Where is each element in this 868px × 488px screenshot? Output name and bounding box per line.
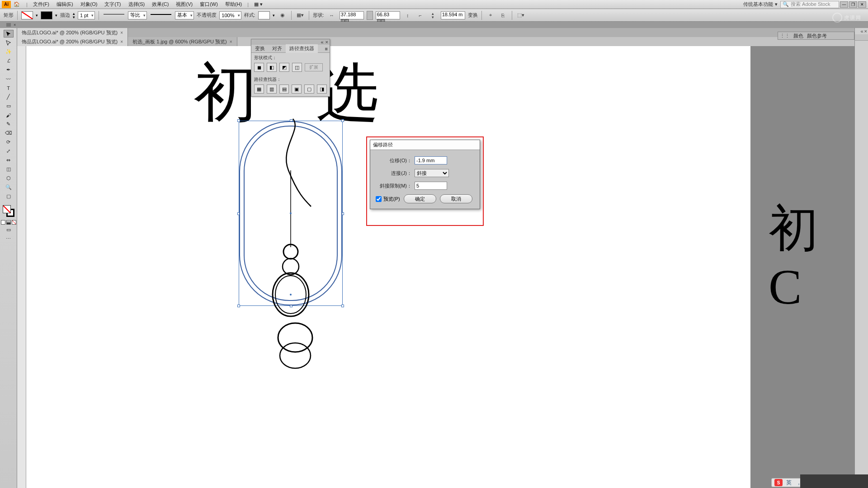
intersect-icon[interactable]: ◩ bbox=[279, 63, 289, 72]
document-tab-1[interactable]: 饰品店LOGO.ai* @ 200% (RGB/GPU 预览)× bbox=[17, 28, 128, 37]
width-icon[interactable]: ↔ bbox=[327, 11, 337, 20]
join-select[interactable]: 斜接 bbox=[415, 169, 449, 177]
transform-label[interactable]: 变换 bbox=[468, 12, 478, 19]
paintbrush-tool-icon[interactable]: 🖌 bbox=[4, 111, 14, 119]
arrange-icon[interactable]: ⬚▾ bbox=[516, 11, 526, 20]
fill-swatch[interactable] bbox=[21, 11, 33, 19]
align-icon[interactable]: ▦▾ bbox=[295, 11, 305, 20]
pen-tool-icon[interactable]: ✒ bbox=[4, 66, 14, 74]
line-tool-icon[interactable]: ╱ bbox=[4, 93, 14, 101]
menu-arrange-icon[interactable]: ▦ ▾ bbox=[250, 0, 266, 8]
zoom-tool-icon[interactable]: 🔍 bbox=[4, 183, 14, 191]
transform-tab[interactable]: 变换 bbox=[251, 44, 269, 53]
panel-collapse-icon[interactable]: « bbox=[321, 39, 323, 45]
window-restore-icon[interactable]: ❐ bbox=[849, 1, 857, 8]
width-input[interactable]: 37.188 mm bbox=[340, 11, 364, 19]
selection-tool-icon[interactable] bbox=[4, 30, 14, 38]
artboard-tool-icon[interactable]: ▢ bbox=[4, 192, 14, 200]
outline-icon[interactable]: ▢ bbox=[304, 84, 314, 94]
link-wh-icon[interactable] bbox=[367, 11, 373, 20]
brush-select[interactable]: 基本 bbox=[175, 11, 194, 19]
curvature-tool-icon[interactable]: 〰 bbox=[4, 75, 14, 83]
rectangle-tool-icon[interactable]: ▭ bbox=[4, 102, 14, 110]
dialog-title[interactable]: 偏移路径 bbox=[370, 140, 480, 150]
isolate-icon[interactable]: ⌖ bbox=[486, 11, 495, 20]
cancel-button[interactable]: 取消 bbox=[440, 194, 472, 203]
corner-input[interactable]: 18.594 m bbox=[441, 11, 465, 19]
menu-type[interactable]: 文字(T) bbox=[101, 0, 124, 9]
search-stock-input[interactable]: 🔍搜索 Adobe Stock bbox=[780, 1, 839, 8]
ime-logo-icon[interactable]: S bbox=[774, 479, 783, 486]
direct-selection-tool-icon[interactable] bbox=[4, 39, 14, 47]
height-input[interactable]: 66.83 mm bbox=[376, 11, 400, 19]
scale-tool-icon[interactable]: ⤢ bbox=[4, 147, 14, 155]
rail-close-icon[interactable]: × bbox=[864, 28, 867, 34]
menu-help[interactable]: 帮助(H) bbox=[222, 0, 245, 9]
pathfinder-panel[interactable]: «× 变换 对齐 路径查找器 ≡ 形状模式： ◼ ◧ ◩ ◫ 扩展 路径查找器：… bbox=[251, 39, 330, 97]
lasso-tool-icon[interactable]: 𝓛 bbox=[4, 57, 14, 65]
close-icon[interactable]: × bbox=[120, 30, 123, 35]
magic-wand-tool-icon[interactable]: ✨ bbox=[4, 48, 14, 56]
window-minimize-icon[interactable]: — bbox=[840, 1, 848, 8]
stroke-stepper-icon[interactable]: ▴▾ bbox=[73, 12, 75, 19]
stroke-profile-select[interactable]: 等比 bbox=[128, 11, 147, 19]
ime-lang[interactable]: 英 bbox=[785, 479, 793, 486]
shaper-tool-icon[interactable]: ✎ bbox=[4, 120, 14, 128]
toolbox-close-icon[interactable]: × bbox=[14, 23, 16, 27]
menu-object[interactable]: 对象(O) bbox=[77, 0, 101, 9]
pathfinder-tab[interactable]: 路径查找器 bbox=[286, 44, 318, 53]
width-tool-icon[interactable]: ⇔ bbox=[4, 156, 14, 164]
canvas[interactable]: 初 选 bbox=[26, 46, 750, 488]
window-close-icon[interactable]: ✕ bbox=[858, 1, 866, 8]
color-panel-grip-icon[interactable]: ⋮⋮ bbox=[780, 33, 790, 39]
menu-window[interactable]: 窗口(W) bbox=[196, 0, 222, 9]
fill-stroke-swatch[interactable] bbox=[3, 205, 14, 217]
miter-input[interactable] bbox=[415, 182, 447, 190]
exclude-icon[interactable]: ◫ bbox=[292, 63, 302, 72]
panel-menu-icon[interactable]: ≡ bbox=[323, 46, 330, 52]
edit-toolbar-icon[interactable]: ⋯ bbox=[4, 235, 14, 243]
screen-mode-icon[interactable]: ▭ bbox=[4, 226, 14, 234]
color-guide-tab[interactable]: 颜色参考 bbox=[807, 33, 827, 39]
offset-input[interactable] bbox=[415, 156, 447, 164]
menu-file[interactable]: 文件(F) bbox=[29, 0, 53, 9]
color-mode-row[interactable] bbox=[1, 220, 16, 225]
style-swatch[interactable] bbox=[258, 11, 270, 19]
unite-icon[interactable]: ◼ bbox=[254, 63, 264, 72]
recolor-icon[interactable]: ◉ bbox=[278, 11, 288, 20]
minus-front-icon[interactable]: ◧ bbox=[267, 63, 277, 72]
menu-view[interactable]: 视图(V) bbox=[172, 0, 196, 9]
ok-button[interactable]: 确定 bbox=[404, 194, 436, 203]
color-panel[interactable]: ⋮⋮ 颜色 颜色参考 bbox=[778, 32, 854, 40]
menu-effect[interactable]: 效果(C) bbox=[148, 0, 172, 9]
menu-edit[interactable]: 编辑(E) bbox=[53, 0, 77, 9]
minus-back-icon[interactable]: ◨ bbox=[317, 84, 327, 94]
isolate2-icon[interactable]: ⎘ bbox=[498, 11, 508, 20]
corner-type-icon[interactable]: ⌐ bbox=[415, 11, 425, 20]
align-tab[interactable]: 对齐 bbox=[269, 44, 286, 53]
eraser-tool-icon[interactable]: ⌫ bbox=[4, 129, 14, 137]
workspace-switcher[interactable]: 传统基本功能▾ bbox=[741, 0, 780, 9]
stroke-swatch[interactable] bbox=[41, 11, 52, 19]
free-transform-tool-icon[interactable]: ◫ bbox=[4, 165, 14, 173]
type-tool-icon[interactable]: T bbox=[4, 84, 14, 92]
crop-icon[interactable]: ▣ bbox=[292, 84, 302, 94]
stroke-weight-input[interactable]: 1 pt bbox=[78, 11, 95, 19]
toolbox-grip-icon[interactable] bbox=[6, 23, 11, 27]
color-tab[interactable]: 颜色 bbox=[793, 33, 803, 39]
shape-builder-tool-icon[interactable]: ⬡ bbox=[4, 174, 14, 182]
home-icon[interactable]: 🏠 bbox=[13, 1, 21, 8]
divide-icon[interactable]: ▦ bbox=[254, 84, 264, 94]
trim-icon[interactable]: ▥ bbox=[267, 84, 277, 94]
close-icon[interactable]: × bbox=[230, 39, 232, 44]
document-tab-1b[interactable]: 饰品店LOGO.ai* @ 200% (RGB/GPU 预览)× bbox=[17, 37, 128, 46]
menu-select[interactable]: 选择(S) bbox=[125, 0, 149, 9]
panel-stub[interactable] bbox=[855, 34, 868, 41]
panel-close-icon[interactable]: × bbox=[326, 39, 328, 45]
merge-icon[interactable]: ▤ bbox=[279, 84, 289, 94]
corner-stepper-icon[interactable]: ▴▾ bbox=[428, 11, 438, 20]
close-icon[interactable]: × bbox=[120, 39, 123, 44]
rotate-tool-icon[interactable]: ⟳ bbox=[4, 138, 14, 146]
document-tab-2[interactable]: 初选_画板 1.jpg @ 600% (RGB/GPU 预览)× bbox=[128, 37, 237, 46]
preview-checkbox[interactable]: 预览(P) bbox=[376, 196, 400, 202]
